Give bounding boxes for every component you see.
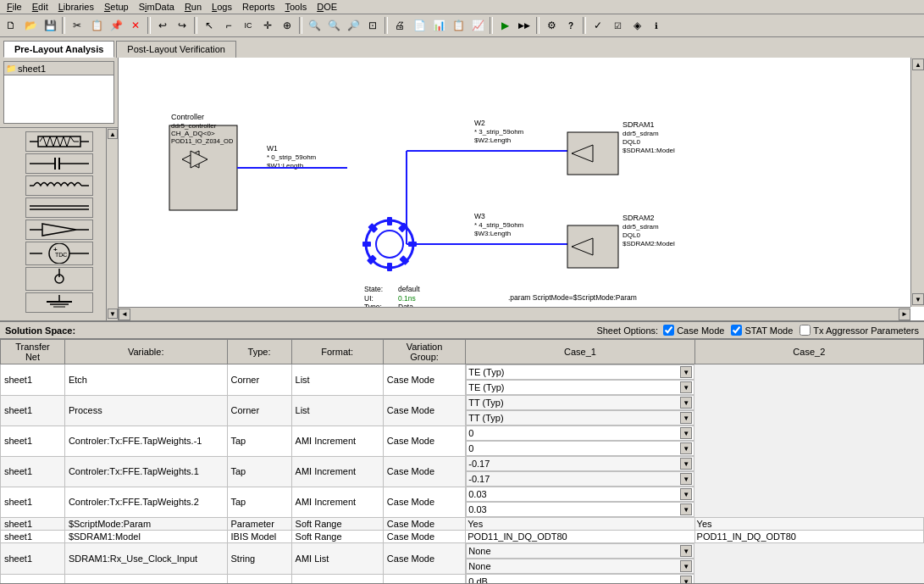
menu-doe[interactable]: DOE <box>312 0 342 14</box>
table-row: sheet1ProcessCornerListCase ModeTT (Typ)… <box>1 395 924 425</box>
schematic-svg: Controller ddr5_controller CH_A_DQ<0> PO… <box>119 58 881 308</box>
comp-gnd-line[interactable] <box>25 292 93 313</box>
case2-dropdown-btn[interactable]: ▼ <box>680 442 692 454</box>
sidebar-scrollbar[interactable]: ▲ ▼ <box>106 128 118 320</box>
sheet-item[interactable]: sheet1 <box>18 64 46 74</box>
tb-zoom-fit[interactable]: ⊡ <box>363 16 382 35</box>
stat-mode-checkbox[interactable] <box>731 325 742 336</box>
tb-new[interactable]: 🗋 <box>2 16 20 35</box>
tb-help[interactable]: ? <box>562 16 580 35</box>
svg-text:Controller: Controller <box>171 113 204 121</box>
tb-wire[interactable]: ⌐ <box>219 16 238 35</box>
tab-pre-layout[interactable]: Pre-Layout Analysis <box>3 41 114 58</box>
menu-tools[interactable]: Tools <box>280 0 313 14</box>
menu-run[interactable]: Run <box>180 0 207 14</box>
cell-variable: SDRAM1:VGA.Gain <box>64 574 227 583</box>
cell-case2[interactable]: TT (Typ)▼ <box>466 410 694 425</box>
tb-check2[interactable]: ☑ <box>608 16 627 35</box>
cell-case1[interactable]: TT (Typ)▼ <box>466 395 694 410</box>
tb-zoom-in[interactable]: 🔍 <box>305 16 324 35</box>
menu-edit[interactable]: Edit <box>27 0 53 14</box>
case2-dropdown-btn[interactable]: ▼ <box>680 381 692 393</box>
cell-case1[interactable]: 0▼ <box>466 425 694 441</box>
tb-copy[interactable]: 📋 <box>87 16 106 35</box>
cell-case1[interactable]: None▼ <box>466 543 694 559</box>
cell-case1[interactable]: 0.03▼ <box>466 487 694 502</box>
comp-ground[interactable] <box>25 267 93 291</box>
tb-pointer[interactable]: ↖ <box>200 16 219 35</box>
svg-point-61 <box>376 231 403 258</box>
cell-case2[interactable]: 0.03▼ <box>466 502 694 517</box>
tx-aggressor-checkbox[interactable] <box>800 325 811 336</box>
case1-dropdown-btn[interactable]: ▼ <box>680 427 692 439</box>
comp-capacitor[interactable] <box>25 153 93 174</box>
tb-run[interactable]: ▶ <box>495 16 514 35</box>
tab-post-layout[interactable]: Post-Layout Verification <box>116 41 236 58</box>
tabs-bar: Pre-Layout Analysis Post-Layout Verifica… <box>0 37 924 58</box>
tb-open[interactable]: 📂 <box>21 16 40 35</box>
tb-undo[interactable]: ↩ <box>153 16 172 35</box>
case2-dropdown-btn[interactable]: ▼ <box>680 412 692 424</box>
case1-dropdown-btn[interactable]: ▼ <box>680 366 692 378</box>
tb-info[interactable]: ℹ <box>647 16 666 35</box>
canvas-hscrollbar[interactable]: ◄ ► <box>119 307 910 320</box>
cell-group: Case Mode <box>383 395 465 425</box>
comp-buffer[interactable] <box>25 220 93 240</box>
case-mode-checkbox-label[interactable]: Case Mode <box>663 325 724 336</box>
comp-vsource[interactable]: + - TDC <box>25 242 93 265</box>
tb-extra[interactable]: ◈ <box>628 16 646 35</box>
cell-type: String <box>227 543 291 575</box>
comp-resistor[interactable] <box>25 131 93 152</box>
tb-redo[interactable]: ↪ <box>173 16 191 35</box>
comp-inductor[interactable] <box>25 175 93 196</box>
tb-save[interactable]: 💾 <box>41 16 59 35</box>
tb-paste[interactable]: 📌 <box>107 16 125 35</box>
cell-case2[interactable]: -0.17▼ <box>466 471 694 487</box>
tree-view[interactable]: 📁 sheet1 <box>3 61 114 124</box>
case1-dropdown-btn[interactable]: ▼ <box>680 576 692 583</box>
cell-case2[interactable]: 0▼ <box>466 441 694 456</box>
tb-export[interactable]: 📊 <box>429 16 448 35</box>
menu-file[interactable]: File <box>2 0 27 14</box>
cell-case1[interactable]: -0.17▼ <box>466 456 694 471</box>
tb-component[interactable]: IC <box>239 16 257 35</box>
menu-libraries[interactable]: Libraries <box>53 0 99 14</box>
case-mode-checkbox[interactable] <box>663 325 674 336</box>
stat-mode-checkbox-label[interactable]: STAT Mode <box>731 325 793 336</box>
tb-delete[interactable]: ✕ <box>126 16 145 35</box>
case1-dropdown-btn[interactable]: ▼ <box>680 397 692 409</box>
tb-connect[interactable]: ⊕ <box>278 16 296 35</box>
comp-tline[interactable] <box>25 197 93 218</box>
menu-simdata[interactable]: SimData <box>134 0 180 14</box>
menu-setup[interactable]: Setup <box>99 0 134 14</box>
tb-print2[interactable]: 📄 <box>410 16 429 35</box>
case1-value: -0.17 <box>468 459 490 469</box>
case1-dropdown-btn[interactable]: ▼ <box>680 545 692 557</box>
tb-move[interactable]: ✛ <box>258 16 277 35</box>
canvas-vscrollbar[interactable]: ▲ ▼ <box>910 58 924 307</box>
cell-case2[interactable]: TE (Typ)▼ <box>466 380 694 395</box>
tb-export2[interactable]: 📋 <box>449 16 468 35</box>
cell-case1[interactable]: TE (Typ)▼ <box>466 364 694 380</box>
case2-dropdown-btn[interactable]: ▼ <box>680 473 692 485</box>
tb-settings[interactable]: ⚙ <box>542 16 561 35</box>
tx-aggressor-checkbox-label[interactable]: Tx Aggressor Parameters <box>800 325 919 336</box>
tb-check[interactable]: ✓ <box>589 16 607 35</box>
menu-reports[interactable]: Reports <box>237 0 280 14</box>
case1-dropdown-btn[interactable]: ▼ <box>680 458 692 470</box>
tb-export3[interactable]: 📈 <box>468 16 487 35</box>
left-panel: 📁 sheet1 <box>0 58 119 320</box>
case1-dropdown-btn[interactable]: ▼ <box>680 488 692 500</box>
case2-dropdown-btn[interactable]: ▼ <box>680 503 692 515</box>
case2-dropdown-btn[interactable]: ▼ <box>680 560 692 572</box>
table-container[interactable]: TransferNet Variable: Type: Format: Vari… <box>0 339 924 583</box>
tb-print[interactable]: 🖨 <box>390 16 409 35</box>
svg-text:ddr5_sdram: ddr5_sdram <box>622 130 659 137</box>
tb-run2[interactable]: ▶▶ <box>515 16 534 35</box>
cell-case1[interactable]: 0 dB▼ <box>466 574 694 583</box>
tb-zoom-window[interactable]: 🔍 <box>324 16 343 35</box>
tb-cut[interactable]: ✂ <box>68 16 86 35</box>
cell-case2[interactable]: None▼ <box>466 559 694 574</box>
menu-logs[interactable]: Logs <box>207 0 237 14</box>
tb-zoom-out[interactable]: 🔎 <box>344 16 362 35</box>
